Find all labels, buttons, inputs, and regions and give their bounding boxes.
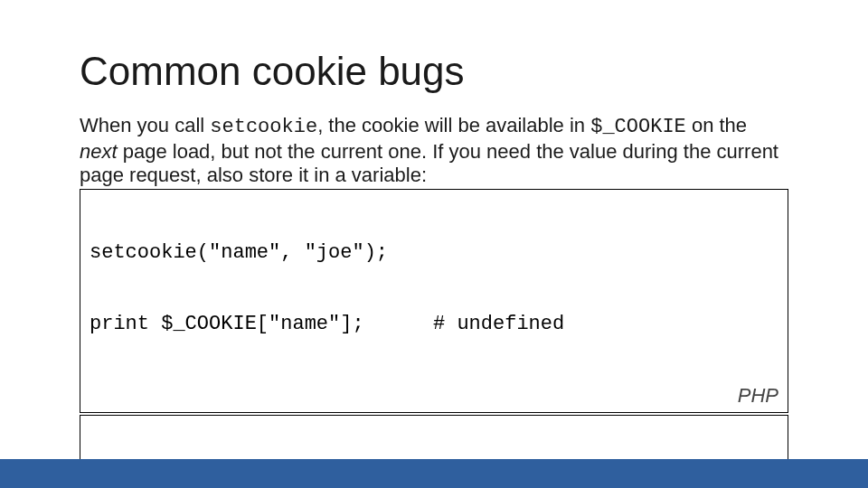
- intro-text-1: When you call: [80, 114, 210, 136]
- code-box-1: setcookie("name", "joe"); print $_COOKIE…: [80, 189, 788, 413]
- slide: Common cookie bugs When you call setcook…: [0, 0, 868, 488]
- intro-em-next: next: [80, 140, 118, 163]
- intro-text-3: on the: [686, 114, 747, 136]
- intro-text-2: , the cookie will be available in: [317, 114, 590, 136]
- footer-bar: [0, 459, 868, 488]
- intro-code-cookie-var: $_COOKIE: [590, 116, 686, 138]
- code-comment: # undefined: [433, 313, 778, 336]
- code-row: print $_COOKIE["name"]; # undefined: [90, 313, 778, 336]
- intro-paragraph: When you call setcookie, the cookie will…: [80, 114, 788, 187]
- code-line: setcookie("name", "joe");: [90, 241, 778, 265]
- code-line: print $_COOKIE["name"];: [90, 313, 433, 336]
- intro-text-4: page load, but not the current one. If y…: [80, 140, 778, 186]
- intro-code-setcookie: setcookie: [210, 116, 317, 138]
- slide-title: Common cookie bugs: [80, 51, 788, 92]
- code-lang-label: PHP: [738, 384, 778, 408]
